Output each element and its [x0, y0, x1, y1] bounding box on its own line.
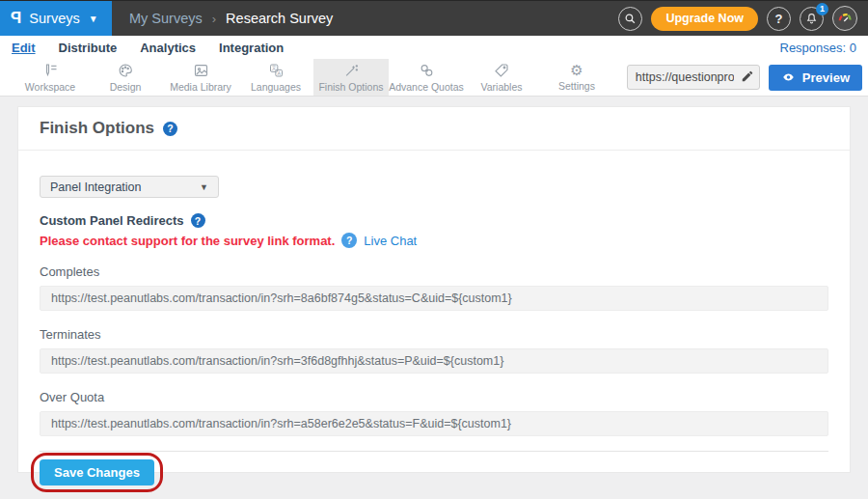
finish-options-help-icon[interactable]: ? [163, 122, 177, 136]
card-body: Panel Integration ▼ Custom Panel Redirec… [18, 151, 850, 492]
footer-divider [40, 451, 828, 452]
upgrade-now-button[interactable]: Upgrade Now [651, 7, 758, 31]
page-content: Finish Options ? Panel Integration ▼ Cus… [0, 97, 868, 473]
eye-icon [781, 71, 796, 83]
gear-icon: ⚙ [570, 63, 583, 77]
gauge-avatar-icon [836, 10, 854, 27]
product-label: Surveys [29, 11, 79, 26]
live-chat-help-icon[interactable]: ? [341, 233, 357, 248]
toolbar-right: Preview [627, 59, 868, 96]
notifications-button[interactable]: 1 [800, 7, 824, 31]
toolbar-tab-languages[interactable]: 文 A Languages [238, 59, 313, 96]
chevron-down-icon: ▼ [89, 14, 98, 24]
chain-link-icon [419, 63, 435, 78]
red-annotation-circle: Save Changes [31, 453, 163, 492]
tab-analytics[interactable]: Analytics [140, 41, 196, 55]
bell-icon [805, 13, 818, 25]
breadcrumb-current-survey: Research Survey [226, 11, 333, 26]
completes-label: Completes [40, 264, 828, 279]
custom-panel-redirects-label: Custom Panel Redirects [40, 213, 184, 228]
preview-button[interactable]: Preview [769, 65, 862, 91]
toolbar-tab-finish-options[interactable]: Finish Options [313, 59, 389, 96]
workspace-icon [42, 63, 59, 78]
tab-edit[interactable]: Edit [12, 41, 36, 55]
card-header: Finish Options ? [18, 107, 850, 151]
tag-icon [494, 63, 509, 78]
edit-toolbar: Workspace Design Media Library 文 A Langu… [0, 59, 868, 97]
save-changes-button[interactable]: Save Changes [40, 459, 154, 485]
notification-badge: 1 [816, 3, 828, 15]
over-quota-label: Over Quota [40, 390, 828, 404]
toolbar-tab-workspace[interactable]: Workspace [13, 59, 88, 96]
finish-type-select[interactable]: Panel Integration ▼ [40, 176, 219, 198]
custom-panel-redirects-help-icon[interactable]: ? [191, 213, 205, 228]
surveys-product-menu[interactable]: P Surveys ▼ [0, 1, 112, 36]
image-icon [193, 63, 209, 78]
toolbar-tab-media-library[interactable]: Media Library [163, 59, 238, 96]
svg-text:A: A [277, 70, 281, 76]
svg-text:文: 文 [271, 65, 276, 70]
terminates-label: Terminates [40, 327, 828, 342]
wand-icon [343, 63, 360, 78]
page-title: Finish Options [40, 119, 154, 138]
toolbar-tab-advance-quotas[interactable]: Advance Quotas [389, 59, 464, 96]
finish-options-card: Finish Options ? Panel Integration ▼ Cus… [17, 106, 851, 473]
question-mark-icon: ? [775, 12, 783, 26]
edit-url-pencil-icon[interactable] [741, 69, 754, 83]
completes-field-group: Completes [40, 264, 828, 311]
toolbar-tab-design[interactable]: Design [88, 59, 163, 96]
palette-icon [118, 63, 133, 78]
chevron-down-icon: ▼ [200, 182, 208, 192]
account-avatar[interactable] [832, 6, 857, 31]
terminates-field-group: Terminates [40, 327, 828, 374]
over-quota-field-group: Over Quota [40, 390, 828, 436]
breadcrumb: My Surveys › Research Survey [129, 1, 333, 36]
survey-section-nav: Edit Distribute Analytics Integration Re… [0, 36, 868, 59]
help-button[interactable]: ? [767, 7, 791, 31]
live-chat-link[interactable]: Live Chat [364, 234, 417, 248]
finish-type-selected-value: Panel Integration [50, 180, 142, 194]
completes-url-input[interactable] [40, 286, 828, 311]
questionpro-logo: P [11, 9, 21, 28]
tab-distribute[interactable]: Distribute [59, 41, 118, 55]
toolbar-tab-settings[interactable]: ⚙ Settings [539, 59, 614, 96]
over-quota-url-input[interactable] [40, 411, 828, 436]
search-button[interactable] [618, 7, 642, 31]
breadcrumb-my-surveys[interactable]: My Surveys [129, 11, 203, 26]
breadcrumb-separator: › [212, 12, 216, 26]
translate-icon: 文 A [268, 63, 285, 78]
top-bar: P Surveys ▼ My Surveys › Research Survey… [0, 0, 868, 36]
terminates-url-input[interactable] [40, 348, 828, 374]
toolbar-tab-variables[interactable]: Variables [464, 59, 539, 96]
search-icon [624, 13, 637, 25]
topbar-actions: Upgrade Now ? 1 [618, 1, 868, 36]
support-warning-text: Please contact support for the survey li… [40, 234, 335, 248]
responses-count: Responses: 0 [780, 41, 857, 55]
tab-integration[interactable]: Integration [219, 41, 284, 55]
